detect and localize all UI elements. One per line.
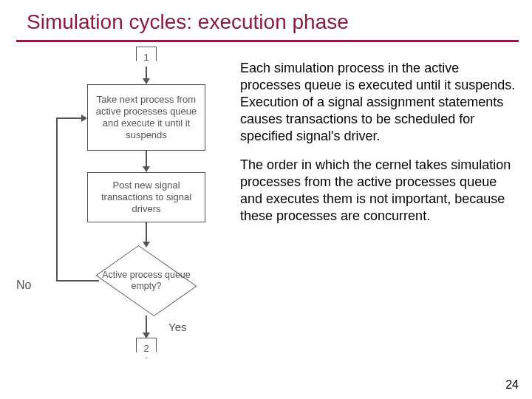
no-line-v: [56, 117, 58, 282]
paragraph-2: The order in which the cernel takes simu…: [240, 157, 519, 225]
flowchart: 1 Take next process from active processe…: [16, 50, 219, 360]
arrowhead-box1-box2: [143, 166, 150, 172]
process-box-execute: Take next process from active processes …: [87, 84, 205, 151]
yes-label: Yes: [168, 321, 186, 333]
process-box-execute-text: Take next process from active processes …: [91, 94, 202, 142]
arrowhead-no: [81, 115, 87, 122]
process-box-post: Post new signal transactions to signal d…: [87, 172, 205, 222]
paragraph-1: Each simulation process in the active pr…: [240, 60, 519, 145]
arrowhead-conn1-box1: [143, 78, 150, 84]
process-box-post-text: Post new signal transactions to signal d…: [91, 180, 202, 216]
yes-line: [146, 316, 147, 334]
connector-2-label: 2: [143, 343, 149, 354]
no-line-h2: [56, 117, 83, 119]
connector-2: 2: [136, 338, 157, 358]
no-label: No: [16, 279, 31, 292]
arrow-box2-decision: [146, 222, 147, 243]
page-title: Simulation cycles: execution phase: [0, 0, 532, 40]
no-line-h1: [56, 280, 99, 282]
connector-1-label: 1: [143, 52, 149, 63]
arrowhead-yes: [143, 332, 150, 338]
arrow-box1-box2: [146, 151, 147, 168]
body-text: Each simulation process in the active pr…: [240, 50, 519, 360]
decision-queue-empty: Active process queue empty?: [97, 245, 196, 316]
connector-1: 1: [136, 47, 157, 67]
content-row: 1 Take next process from active processe…: [0, 42, 532, 360]
decision-label: Active process queue empty?: [97, 245, 196, 316]
page-number: 24: [505, 378, 519, 392]
